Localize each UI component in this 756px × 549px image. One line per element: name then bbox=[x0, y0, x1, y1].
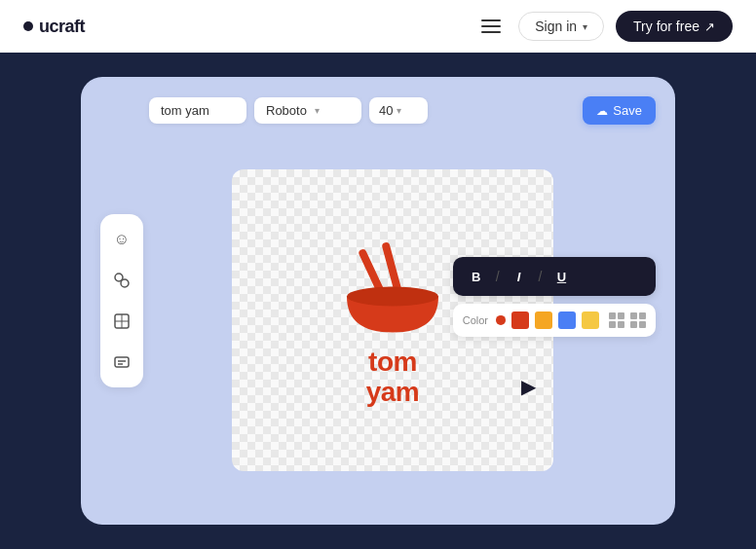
shapes-icon[interactable] bbox=[106, 265, 137, 296]
color-swatch-blue[interactable] bbox=[558, 311, 576, 329]
resize-icon[interactable] bbox=[106, 306, 137, 337]
layout-icons bbox=[609, 312, 646, 328]
arrow-icon: ↗ bbox=[704, 19, 715, 34]
bold-button[interactable]: B bbox=[465, 265, 488, 288]
text-icon[interactable] bbox=[106, 347, 137, 378]
color-swatch-yellow[interactable] bbox=[582, 311, 599, 329]
grid-icon-2[interactable] bbox=[630, 312, 646, 328]
font-name-input[interactable]: tom yam bbox=[149, 97, 246, 124]
underline-button[interactable]: U bbox=[549, 265, 573, 288]
italic-button[interactable]: I bbox=[508, 265, 531, 288]
navbar: ucraft Sign in ▾ Try for free ↗ bbox=[0, 0, 756, 53]
svg-rect-9 bbox=[381, 241, 401, 292]
hamburger-line-3 bbox=[481, 31, 501, 33]
logo-text-preview: tom yam bbox=[366, 348, 420, 408]
logo: ucraft bbox=[23, 17, 85, 37]
color-toolbar: Color bbox=[453, 304, 656, 337]
font-family-select[interactable]: Roboto ▾ bbox=[254, 97, 361, 124]
chevron-down-icon: ▾ bbox=[583, 21, 587, 32]
right-panel: B / I / U Color bbox=[453, 257, 656, 337]
size-caret: ▾ bbox=[397, 105, 401, 116]
editor-card: tom yam Roboto ▾ 40 ▾ ☁ Save ☺ bbox=[81, 77, 675, 525]
svg-point-10 bbox=[347, 286, 438, 306]
font-family-caret: ▾ bbox=[315, 105, 320, 116]
cloud-icon: ☁ bbox=[596, 104, 608, 118]
logo-preview: tom yam bbox=[329, 225, 456, 408]
color-swatch-orange[interactable] bbox=[535, 311, 552, 329]
nav-right: Sign in ▾ Try for free ↗ bbox=[475, 11, 733, 42]
hamburger-button[interactable] bbox=[475, 11, 507, 42]
logo-dot bbox=[23, 21, 33, 31]
top-bar: tom yam Roboto ▾ 40 ▾ ☁ Save bbox=[149, 96, 656, 125]
try-free-button[interactable]: Try for free ↗ bbox=[616, 11, 733, 42]
bowl-svg bbox=[329, 225, 456, 351]
cursor-icon: ▶ bbox=[521, 375, 536, 398]
current-color-dot[interactable] bbox=[496, 315, 506, 325]
svg-point-1 bbox=[121, 279, 129, 287]
sign-in-button[interactable]: Sign in ▾ bbox=[518, 12, 604, 41]
color-swatch-red[interactable] bbox=[511, 311, 529, 329]
left-toolbar: ☺ bbox=[100, 214, 143, 387]
svg-rect-5 bbox=[115, 357, 129, 367]
emoji-icon[interactable]: ☺ bbox=[106, 224, 137, 255]
sign-in-label: Sign in bbox=[535, 18, 577, 34]
format-toolbar: B / I / U bbox=[453, 257, 656, 296]
color-label: Color bbox=[463, 314, 488, 326]
hamburger-line-2 bbox=[481, 25, 501, 27]
format-separator-2: / bbox=[539, 269, 543, 284]
format-separator-1: / bbox=[496, 269, 500, 284]
hero-section: tom yam Roboto ▾ 40 ▾ ☁ Save ☺ bbox=[0, 53, 756, 549]
grid-icon-1[interactable] bbox=[609, 312, 624, 328]
font-size-input[interactable]: 40 ▾ bbox=[369, 97, 428, 124]
logo-text: ucraft bbox=[39, 17, 85, 37]
save-button[interactable]: ☁ Save bbox=[583, 96, 656, 125]
hamburger-line-1 bbox=[481, 19, 501, 21]
try-label: Try for free bbox=[633, 18, 699, 34]
